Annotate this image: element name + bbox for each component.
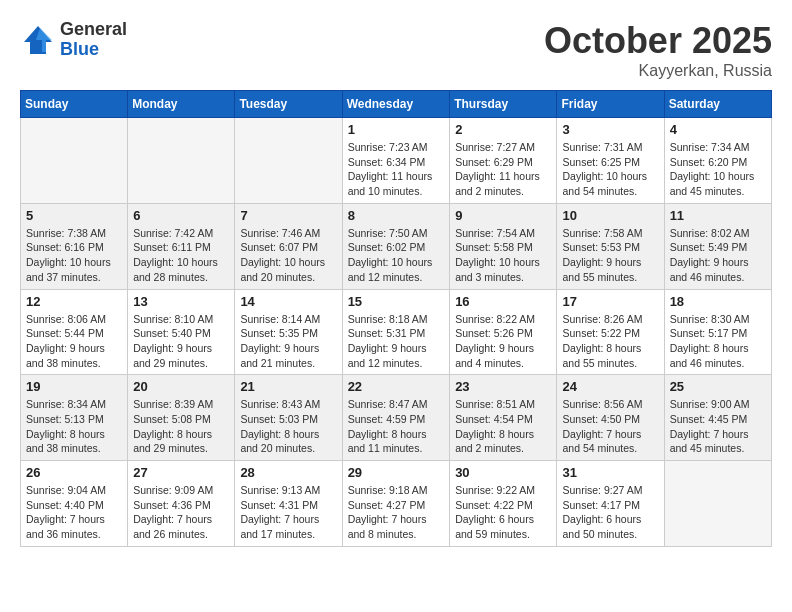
table-row: 4Sunrise: 7:34 AM Sunset: 6:20 PM Daylig… (664, 118, 771, 204)
day-number: 13 (133, 294, 229, 309)
day-number: 12 (26, 294, 122, 309)
table-row: 19Sunrise: 8:34 AM Sunset: 5:13 PM Dayli… (21, 375, 128, 461)
day-info: Sunrise: 7:23 AM Sunset: 6:34 PM Dayligh… (348, 140, 445, 199)
day-number: 28 (240, 465, 336, 480)
day-number: 27 (133, 465, 229, 480)
day-info: Sunrise: 7:27 AM Sunset: 6:29 PM Dayligh… (455, 140, 551, 199)
table-row (664, 461, 771, 547)
col-tuesday: Tuesday (235, 91, 342, 118)
day-info: Sunrise: 9:18 AM Sunset: 4:27 PM Dayligh… (348, 483, 445, 542)
logo-blue-text: Blue (60, 40, 127, 60)
day-info: Sunrise: 7:34 AM Sunset: 6:20 PM Dayligh… (670, 140, 766, 199)
table-row: 6Sunrise: 7:42 AM Sunset: 6:11 PM Daylig… (128, 203, 235, 289)
page-header: General Blue October 2025 Kayyerkan, Rus… (20, 20, 772, 80)
table-row: 9Sunrise: 7:54 AM Sunset: 5:58 PM Daylig… (450, 203, 557, 289)
day-info: Sunrise: 8:43 AM Sunset: 5:03 PM Dayligh… (240, 397, 336, 456)
calendar-table: Sunday Monday Tuesday Wednesday Thursday… (20, 90, 772, 547)
col-monday: Monday (128, 91, 235, 118)
day-info: Sunrise: 9:00 AM Sunset: 4:45 PM Dayligh… (670, 397, 766, 456)
table-row: 25Sunrise: 9:00 AM Sunset: 4:45 PM Dayli… (664, 375, 771, 461)
table-row: 26Sunrise: 9:04 AM Sunset: 4:40 PM Dayli… (21, 461, 128, 547)
logo-general-text: General (60, 20, 127, 40)
col-friday: Friday (557, 91, 664, 118)
day-number: 19 (26, 379, 122, 394)
table-row: 1Sunrise: 7:23 AM Sunset: 6:34 PM Daylig… (342, 118, 450, 204)
day-number: 23 (455, 379, 551, 394)
day-number: 2 (455, 122, 551, 137)
day-info: Sunrise: 7:58 AM Sunset: 5:53 PM Dayligh… (562, 226, 658, 285)
table-row: 5Sunrise: 7:38 AM Sunset: 6:16 PM Daylig… (21, 203, 128, 289)
day-info: Sunrise: 8:18 AM Sunset: 5:31 PM Dayligh… (348, 312, 445, 371)
day-info: Sunrise: 8:14 AM Sunset: 5:35 PM Dayligh… (240, 312, 336, 371)
table-row: 8Sunrise: 7:50 AM Sunset: 6:02 PM Daylig… (342, 203, 450, 289)
day-number: 24 (562, 379, 658, 394)
day-info: Sunrise: 9:22 AM Sunset: 4:22 PM Dayligh… (455, 483, 551, 542)
table-row: 22Sunrise: 8:47 AM Sunset: 4:59 PM Dayli… (342, 375, 450, 461)
table-row: 14Sunrise: 8:14 AM Sunset: 5:35 PM Dayli… (235, 289, 342, 375)
calendar-week-row: 1Sunrise: 7:23 AM Sunset: 6:34 PM Daylig… (21, 118, 772, 204)
table-row: 2Sunrise: 7:27 AM Sunset: 6:29 PM Daylig… (450, 118, 557, 204)
calendar-week-row: 5Sunrise: 7:38 AM Sunset: 6:16 PM Daylig… (21, 203, 772, 289)
day-number: 18 (670, 294, 766, 309)
day-info: Sunrise: 8:10 AM Sunset: 5:40 PM Dayligh… (133, 312, 229, 371)
day-number: 1 (348, 122, 445, 137)
day-info: Sunrise: 8:47 AM Sunset: 4:59 PM Dayligh… (348, 397, 445, 456)
day-info: Sunrise: 9:04 AM Sunset: 4:40 PM Dayligh… (26, 483, 122, 542)
day-info: Sunrise: 8:51 AM Sunset: 4:54 PM Dayligh… (455, 397, 551, 456)
col-saturday: Saturday (664, 91, 771, 118)
table-row: 18Sunrise: 8:30 AM Sunset: 5:17 PM Dayli… (664, 289, 771, 375)
day-info: Sunrise: 7:46 AM Sunset: 6:07 PM Dayligh… (240, 226, 336, 285)
table-row: 27Sunrise: 9:09 AM Sunset: 4:36 PM Dayli… (128, 461, 235, 547)
logo-icon (20, 22, 56, 58)
day-number: 31 (562, 465, 658, 480)
day-number: 26 (26, 465, 122, 480)
table-row: 29Sunrise: 9:18 AM Sunset: 4:27 PM Dayli… (342, 461, 450, 547)
day-number: 8 (348, 208, 445, 223)
table-row: 3Sunrise: 7:31 AM Sunset: 6:25 PM Daylig… (557, 118, 664, 204)
day-info: Sunrise: 7:42 AM Sunset: 6:11 PM Dayligh… (133, 226, 229, 285)
day-number: 17 (562, 294, 658, 309)
col-thursday: Thursday (450, 91, 557, 118)
table-row: 10Sunrise: 7:58 AM Sunset: 5:53 PM Dayli… (557, 203, 664, 289)
day-info: Sunrise: 8:30 AM Sunset: 5:17 PM Dayligh… (670, 312, 766, 371)
day-info: Sunrise: 8:39 AM Sunset: 5:08 PM Dayligh… (133, 397, 229, 456)
day-number: 16 (455, 294, 551, 309)
day-number: 14 (240, 294, 336, 309)
day-number: 29 (348, 465, 445, 480)
table-row: 21Sunrise: 8:43 AM Sunset: 5:03 PM Dayli… (235, 375, 342, 461)
table-row (128, 118, 235, 204)
day-number: 21 (240, 379, 336, 394)
table-row: 17Sunrise: 8:26 AM Sunset: 5:22 PM Dayli… (557, 289, 664, 375)
table-row: 11Sunrise: 8:02 AM Sunset: 5:49 PM Dayli… (664, 203, 771, 289)
logo-text: General Blue (60, 20, 127, 60)
table-row: 23Sunrise: 8:51 AM Sunset: 4:54 PM Dayli… (450, 375, 557, 461)
table-row: 24Sunrise: 8:56 AM Sunset: 4:50 PM Dayli… (557, 375, 664, 461)
day-number: 5 (26, 208, 122, 223)
day-number: 20 (133, 379, 229, 394)
day-number: 25 (670, 379, 766, 394)
logo: General Blue (20, 20, 127, 60)
calendar-week-row: 19Sunrise: 8:34 AM Sunset: 5:13 PM Dayli… (21, 375, 772, 461)
day-info: Sunrise: 8:56 AM Sunset: 4:50 PM Dayligh… (562, 397, 658, 456)
title-block: October 2025 Kayyerkan, Russia (544, 20, 772, 80)
table-row: 20Sunrise: 8:39 AM Sunset: 5:08 PM Dayli… (128, 375, 235, 461)
day-info: Sunrise: 8:22 AM Sunset: 5:26 PM Dayligh… (455, 312, 551, 371)
table-row: 28Sunrise: 9:13 AM Sunset: 4:31 PM Dayli… (235, 461, 342, 547)
col-wednesday: Wednesday (342, 91, 450, 118)
table-row (21, 118, 128, 204)
table-row (235, 118, 342, 204)
day-info: Sunrise: 9:09 AM Sunset: 4:36 PM Dayligh… (133, 483, 229, 542)
calendar-week-row: 26Sunrise: 9:04 AM Sunset: 4:40 PM Dayli… (21, 461, 772, 547)
day-info: Sunrise: 8:02 AM Sunset: 5:49 PM Dayligh… (670, 226, 766, 285)
day-info: Sunrise: 7:54 AM Sunset: 5:58 PM Dayligh… (455, 226, 551, 285)
day-info: Sunrise: 7:38 AM Sunset: 6:16 PM Dayligh… (26, 226, 122, 285)
table-row: 15Sunrise: 8:18 AM Sunset: 5:31 PM Dayli… (342, 289, 450, 375)
day-info: Sunrise: 8:06 AM Sunset: 5:44 PM Dayligh… (26, 312, 122, 371)
day-number: 15 (348, 294, 445, 309)
day-number: 4 (670, 122, 766, 137)
month-title: October 2025 (544, 20, 772, 62)
day-number: 9 (455, 208, 551, 223)
table-row: 31Sunrise: 9:27 AM Sunset: 4:17 PM Dayli… (557, 461, 664, 547)
day-number: 3 (562, 122, 658, 137)
day-number: 11 (670, 208, 766, 223)
